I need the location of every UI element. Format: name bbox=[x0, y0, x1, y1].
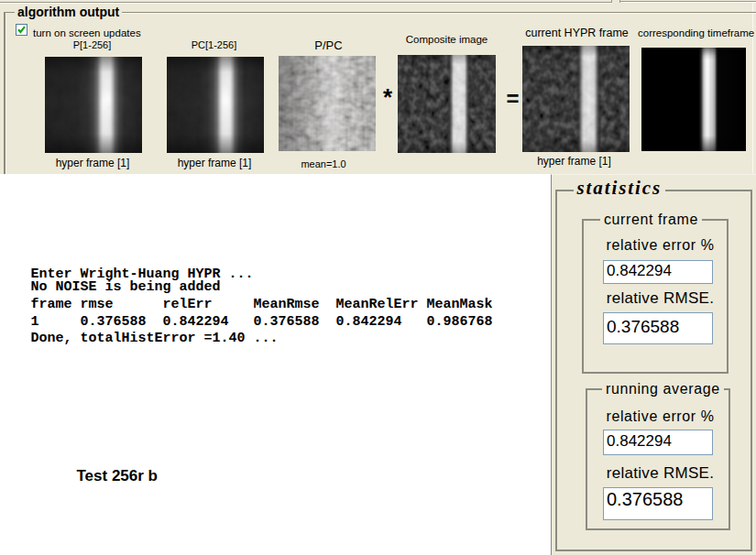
screen-updates-checkbox[interactable] bbox=[16, 24, 27, 36]
checkmark-icon bbox=[16, 25, 27, 35]
application-window: algorithm output turn on screen updates … bbox=[0, 0, 756, 555]
console-line: Done, totalHistError =1.40 ... bbox=[31, 332, 279, 345]
relative-rmse-label-avg: relative RMSE. bbox=[607, 466, 715, 480]
current-frame-title: current frame bbox=[600, 212, 702, 227]
algorithm-output-title: algorithm output bbox=[15, 5, 122, 19]
image-p bbox=[45, 57, 142, 153]
image-label-ppc: P/PC bbox=[279, 39, 378, 51]
relative-rmse-field-avg[interactable]: 0.376588 bbox=[603, 487, 713, 520]
relative-rmse-label: relative RMSE. bbox=[607, 291, 715, 305]
image-ppc bbox=[279, 56, 376, 151]
image-timeframe bbox=[641, 48, 746, 151]
image-label-composite: Composite image bbox=[398, 34, 496, 46]
image-label-hypr: current HYPR frame bbox=[523, 27, 631, 39]
console-line: No NOISE is being added bbox=[31, 280, 221, 294]
image-caption-p: hyper frame [1] bbox=[44, 158, 141, 169]
image-caption-ppc: mean=1.0 bbox=[278, 158, 369, 170]
console-line: frame rmse relErr MeanRmse MeanRelErr Me… bbox=[31, 298, 493, 311]
relative-rmse-field[interactable]: 0.376588 bbox=[603, 312, 713, 344]
cutoff-frame-highlight-right bbox=[619, 2, 756, 3]
console-line: 1 0.376588 0.842294 0.376588 0.842294 0.… bbox=[31, 315, 493, 329]
relative-error-field-avg[interactable]: 0.842294 bbox=[603, 430, 713, 455]
running-average-title: running average bbox=[602, 382, 724, 397]
multiply-operator: * bbox=[383, 85, 392, 109]
relative-error-field[interactable]: 0.842294 bbox=[603, 260, 713, 284]
image-label-p: P[1-256] bbox=[44, 39, 141, 51]
relative-error-label: relative error % bbox=[607, 238, 715, 252]
cutoff-frame-corner-right bbox=[619, 0, 620, 3]
image-label-pc: PC[1-256] bbox=[166, 39, 263, 51]
test-annotation: Test 256r b bbox=[77, 467, 159, 484]
image-pc bbox=[167, 57, 264, 153]
relative-error-label-avg: relative error % bbox=[607, 409, 715, 423]
image-caption-hypr: hyper frame [1] bbox=[520, 156, 628, 168]
cutoff-frame-corner-left bbox=[611, 0, 612, 3]
algorithm-output-border-top-highlight bbox=[119, 13, 756, 14]
equals-operator: = bbox=[507, 88, 520, 110]
algorithm-output-border-left-highlight bbox=[5, 13, 6, 174]
image-hypr bbox=[522, 46, 630, 152]
screen-updates-checkbox-label: turn on screen updates bbox=[33, 27, 141, 40]
image-caption-pc: hyper frame [1] bbox=[166, 158, 263, 169]
statistics-title: statistics bbox=[574, 179, 666, 198]
image-label-timeframe: corresponding timeframe bbox=[638, 27, 751, 39]
image-composite bbox=[398, 55, 496, 153]
